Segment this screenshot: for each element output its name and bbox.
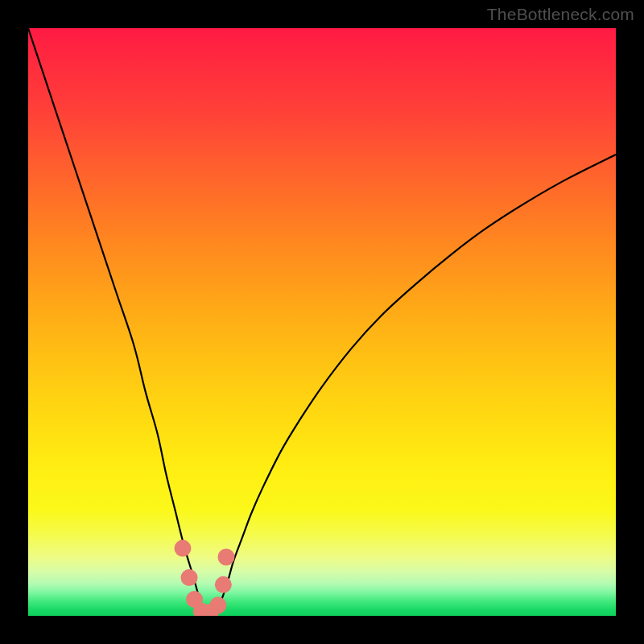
watermark-text: TheBottleneck.com [487,5,634,24]
curve-marker [181,569,198,586]
chart-frame: TheBottleneck.com [0,0,644,644]
curve-markers [174,540,234,616]
curve-marker [174,540,191,557]
curve-marker [209,597,226,613]
bottleneck-curve-path [28,28,616,614]
plot-area [28,28,616,616]
curve-layer [28,28,616,616]
curve-marker [218,549,235,566]
curve-marker [215,576,232,593]
